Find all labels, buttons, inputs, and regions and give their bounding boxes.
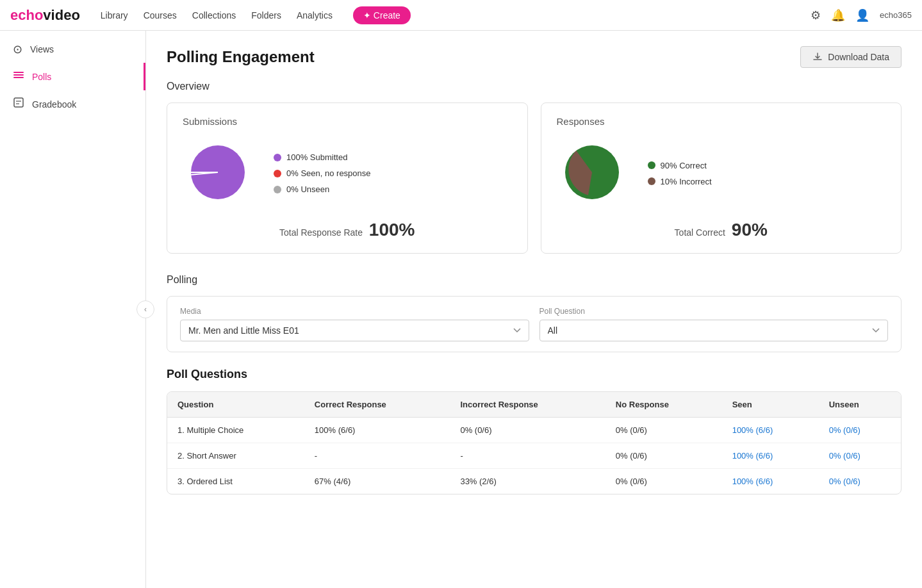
responses-body: 90% Correct 10% Incorrect [557, 137, 886, 209]
legend-correct: 90% Correct [648, 161, 712, 170]
legend-seen-no-response-label: 0% Seen, no response [286, 168, 371, 178]
nav-collections[interactable]: Collections [192, 10, 236, 20]
submissions-legend: 100% Submitted 0% Seen, no response 0% U… [274, 152, 371, 194]
poll-question-filter-group: Poll Question All [539, 307, 889, 341]
page-header: Polling Engagement Download Data [167, 46, 901, 68]
col-seen: Seen [722, 392, 819, 418]
responses-title: Responses [557, 116, 605, 127]
responses-footer: Total Correct 90% [675, 220, 768, 240]
media-label: Media [180, 307, 529, 316]
total-correct-value: 90% [732, 220, 768, 240]
col-unseen: Unseen [819, 392, 901, 418]
sidebar-toggle[interactable]: ‹ [136, 300, 154, 318]
responses-legend: 90% Correct 10% Incorrect [648, 161, 712, 186]
logo[interactable]: echovideo [10, 7, 80, 24]
nav-analytics[interactable]: Analytics [297, 10, 333, 20]
table-cell: 0% (0/6) [605, 443, 722, 469]
svg-rect-1 [13, 74, 24, 76]
legend-seen-no-response: 0% Seen, no response [274, 168, 371, 178]
page-title: Polling Engagement [167, 48, 315, 66]
poll-question-label: Poll Question [539, 307, 889, 316]
table-cell[interactable]: 0% (0/6) [819, 443, 901, 469]
poll-questions-table: Question Correct Response Incorrect Resp… [167, 392, 901, 494]
table-cell: 67% (4/6) [304, 469, 450, 494]
sidebar-item-polls[interactable]: Polls [0, 63, 145, 90]
submissions-footer: Total Response Rate 100% [279, 220, 415, 240]
table-cell: - [304, 443, 450, 469]
table-cell[interactable]: 100% (6/6) [722, 469, 819, 494]
table-row: 1. Multiple Choice100% (6/6)0% (0/6)0% (… [167, 418, 901, 443]
content-area: Polling Engagement Download Data Overvie… [146, 31, 922, 588]
user-name: echo365 [880, 10, 912, 20]
table-cell: 100% (6/6) [304, 418, 450, 443]
table-cell: 0% (0/6) [450, 418, 605, 443]
user-icon[interactable]: 👤 [855, 8, 869, 22]
table-cell: - [450, 443, 605, 469]
submissions-card: Submissions 100% Submitted [167, 102, 528, 254]
overview-grid: Submissions 100% Submitted [167, 102, 901, 254]
gradebook-icon [13, 97, 24, 111]
table-cell[interactable]: 0% (0/6) [819, 469, 901, 494]
download-data-button[interactable]: Download Data [800, 46, 901, 68]
table-row: 3. Ordered List67% (4/6)33% (2/6)0% (0/6… [167, 469, 901, 494]
nav-library[interactable]: Library [101, 10, 128, 20]
col-no-response: No Response [605, 392, 722, 418]
total-response-rate-label: Total Response Rate [279, 227, 363, 238]
sidebar-label-gradebook: Gradebook [32, 99, 76, 110]
poll-questions-table-wrapper: Question Correct Response Incorrect Resp… [167, 391, 901, 494]
col-correct-response: Correct Response [304, 392, 450, 418]
polling-section: Polling Media Mr. Men and Little Miss E0… [167, 274, 901, 494]
media-filter-group: Media Mr. Men and Little Miss E01 [180, 307, 529, 341]
legend-correct-label: 90% Correct [661, 161, 707, 170]
svg-rect-0 [13, 72, 24, 73]
table-cell[interactable]: 100% (6/6) [722, 443, 819, 469]
nav-folders[interactable]: Folders [251, 10, 281, 20]
dot-submitted [274, 154, 281, 161]
dot-seen-no-response [274, 170, 281, 177]
legend-submitted: 100% Submitted [274, 152, 371, 162]
svg-rect-3 [14, 98, 23, 107]
legend-submitted-label: 100% Submitted [286, 152, 347, 162]
legend-incorrect-label: 10% Incorrect [661, 177, 712, 186]
table-row: 2. Short Answer--0% (0/6)100% (6/6)0% (0… [167, 443, 901, 469]
submissions-pie [183, 137, 253, 209]
dot-correct [648, 161, 655, 169]
submissions-title: Submissions [183, 116, 237, 127]
polls-icon [13, 69, 24, 84]
svg-rect-2 [13, 77, 24, 78]
table-cell[interactable]: 100% (6/6) [722, 418, 819, 443]
dot-unseen [274, 186, 281, 193]
settings-icon[interactable]: ⚙ [811, 8, 821, 22]
responses-pie [557, 137, 627, 209]
media-select[interactable]: Mr. Men and Little Miss E01 [180, 320, 529, 341]
table-header-row: Question Correct Response Incorrect Resp… [167, 392, 901, 418]
views-icon: ⊙ [13, 42, 22, 56]
table-cell: 1. Multiple Choice [167, 418, 304, 443]
table-cell: 2. Short Answer [167, 443, 304, 469]
submissions-body: 100% Submitted 0% Seen, no response 0% U… [183, 137, 512, 209]
polling-section-title: Polling [167, 274, 901, 286]
legend-unseen-label: 0% Unseen [286, 184, 329, 194]
top-nav: echovideo Library Courses Collections Fo… [0, 0, 922, 31]
sidebar-item-views[interactable]: ⊙ Views [0, 36, 145, 63]
legend-incorrect: 10% Incorrect [648, 177, 712, 186]
download-label: Download Data [828, 52, 889, 62]
table-cell: 3. Ordered List [167, 469, 304, 494]
col-question: Question [167, 392, 304, 418]
sidebar-item-gradebook[interactable]: Gradebook [0, 90, 145, 118]
nav-courses[interactable]: Courses [144, 10, 177, 20]
responses-card: Responses [541, 102, 902, 254]
sidebar: ⊙ Views Polls Gradebook [0, 31, 146, 588]
download-icon [812, 52, 823, 62]
sidebar-label-views: Views [30, 44, 54, 54]
create-button[interactable]: ✦ Create [353, 6, 411, 24]
col-incorrect-response: Incorrect Response [450, 392, 605, 418]
nav-right: ⚙ 🔔 👤 echo365 [811, 8, 912, 22]
legend-unseen: 0% Unseen [274, 184, 371, 194]
table-cell[interactable]: 0% (0/6) [819, 418, 901, 443]
dot-incorrect [648, 177, 655, 185]
bell-icon[interactable]: 🔔 [831, 8, 845, 22]
poll-question-select[interactable]: All [539, 320, 889, 341]
main-layout: ⊙ Views Polls Gradebook [0, 31, 922, 588]
filter-box: Media Mr. Men and Little Miss E01 Poll Q… [167, 296, 901, 352]
